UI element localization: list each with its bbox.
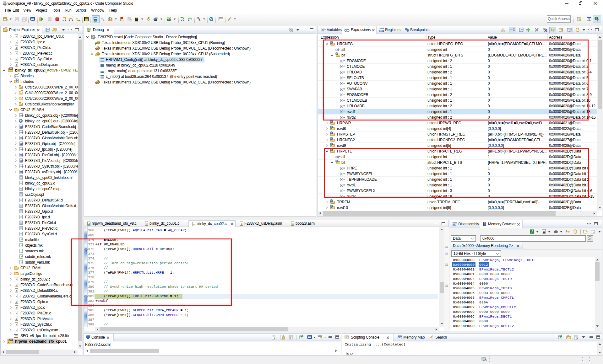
svg-text:09: 09 — [399, 337, 400, 339]
svg-text:{}: {} — [109, 17, 111, 20]
